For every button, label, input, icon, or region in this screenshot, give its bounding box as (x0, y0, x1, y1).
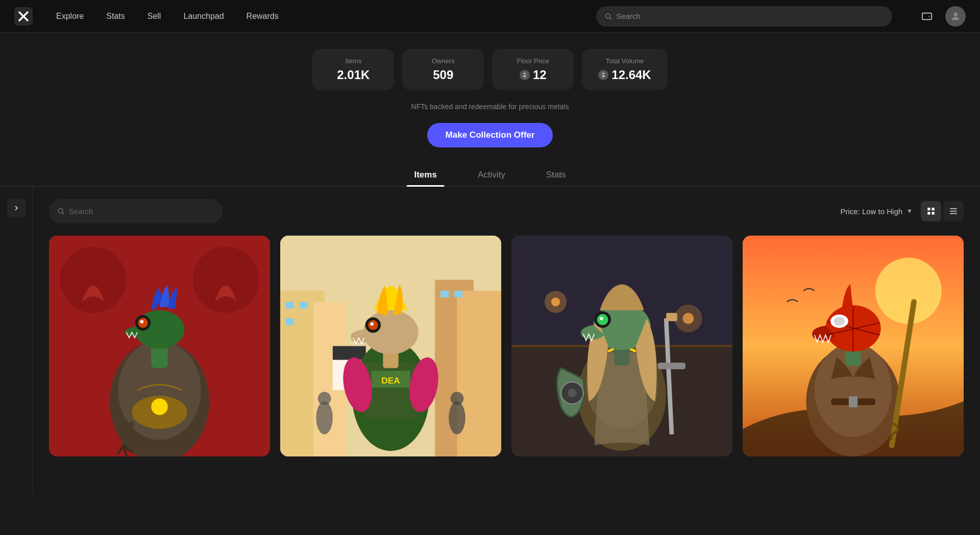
svg-rect-12 (950, 211, 957, 212)
svg-point-52 (370, 322, 373, 325)
svg-rect-35 (454, 291, 462, 297)
nft-grid: DEA (49, 236, 964, 456)
item-search-icon (57, 207, 65, 215)
nft-image-1 (49, 236, 270, 456)
nav-search-input[interactable] (616, 12, 884, 20)
stat-owners-label: Owners (419, 57, 468, 65)
filter-row: Price: Low to High ▼ (49, 199, 964, 223)
svg-point-85 (834, 317, 845, 325)
nft-card-4[interactable] (743, 236, 964, 456)
svg-rect-11 (950, 208, 957, 209)
make-collection-offer-button[interactable]: Make Collection Offer (427, 123, 553, 147)
stat-floor-price: Floor Price Ξ 12 (492, 49, 574, 90)
stat-floor-value: Ξ 12 (508, 68, 557, 82)
user-avatar[interactable] (945, 6, 966, 27)
svg-point-15 (60, 247, 127, 313)
stat-owners: Owners 509 (402, 49, 484, 90)
nft-image-2: DEA (280, 236, 501, 456)
stats-row: Items 2.01K Owners 509 Floor Price Ξ 12 … (312, 49, 667, 90)
svg-rect-7 (927, 208, 930, 210)
svg-rect-72 (666, 313, 677, 321)
svg-point-67 (600, 317, 603, 320)
tabs-row: Items Activity Stats (0, 164, 980, 187)
stat-volume-label: Total Volume (598, 57, 651, 65)
nav-rewards[interactable]: Rewards (243, 10, 282, 23)
svg-rect-13 (950, 213, 957, 214)
tab-items[interactable]: Items (394, 164, 457, 186)
svg-rect-41 (333, 346, 366, 360)
svg-point-57 (683, 313, 694, 324)
hero-section: Items 2.01K Owners 509 Floor Price Ξ 12 … (0, 33, 980, 187)
svg-rect-8 (932, 208, 935, 210)
chevron-down-icon: ▼ (906, 208, 913, 215)
svg-point-39 (450, 392, 463, 405)
view-toggle (921, 201, 964, 221)
svg-rect-31 (286, 302, 294, 309)
svg-point-25 (140, 320, 143, 323)
stat-floor-label: Floor Price (508, 57, 557, 65)
svg-rect-3 (922, 13, 932, 19)
sidebar (0, 187, 33, 493)
svg-point-37 (318, 392, 331, 405)
svg-point-16 (192, 247, 259, 313)
item-search-input[interactable] (69, 207, 214, 216)
svg-line-6 (62, 213, 64, 214)
nav-search-container (596, 6, 892, 27)
sort-label: Price: Low to High (840, 207, 902, 216)
svg-rect-71 (658, 363, 685, 369)
svg-point-38 (449, 401, 465, 435)
svg-rect-10 (932, 212, 935, 215)
content-area: Price: Low to High ▼ (33, 187, 980, 493)
svg-rect-78 (849, 396, 857, 407)
svg-point-4 (953, 12, 957, 16)
svg-line-2 (610, 17, 612, 19)
nft-image-3 (511, 236, 732, 456)
items-section: Price: Low to High ▼ (0, 187, 980, 493)
nft-card-2[interactable]: DEA (280, 236, 501, 456)
nav-sell[interactable]: Sell (144, 10, 164, 23)
collection-description: NFTs backed and redeemable for precious … (411, 103, 569, 111)
svg-point-36 (316, 401, 332, 435)
stat-total-volume: Total Volume Ξ 12.64K (582, 49, 667, 90)
wallet-button[interactable] (917, 6, 937, 27)
nft-image-4 (743, 236, 964, 456)
svg-point-74 (875, 258, 942, 324)
nft-card-3[interactable] (511, 236, 732, 456)
svg-point-1 (606, 13, 610, 18)
svg-rect-34 (440, 291, 449, 297)
list-view-button[interactable] (943, 201, 964, 221)
stat-volume-value: Ξ 12.64K (598, 68, 651, 82)
svg-point-56 (551, 297, 560, 306)
svg-text:DEA: DEA (381, 375, 400, 386)
svg-point-5 (58, 209, 63, 213)
item-search-container (49, 199, 223, 223)
svg-point-69 (568, 389, 576, 397)
tab-stats[interactable]: Stats (526, 164, 586, 186)
sort-dropdown[interactable]: Price: Low to High ▼ (840, 207, 913, 216)
eth-icon-volume: Ξ (598, 70, 608, 80)
stat-items-label: Items (329, 57, 378, 65)
nav-icon-group (917, 6, 966, 27)
nft-card-1[interactable] (49, 236, 270, 456)
nav-stats[interactable]: Stats (103, 10, 128, 23)
stat-owners-value: 509 (419, 68, 468, 82)
sidebar-toggle-button[interactable] (7, 199, 26, 217)
svg-point-20 (151, 398, 167, 415)
nav-explore[interactable]: Explore (53, 10, 87, 23)
search-icon (604, 12, 612, 20)
tab-activity[interactable]: Activity (457, 164, 526, 186)
svg-rect-9 (927, 212, 930, 215)
nav-launchpad[interactable]: Launchpad (180, 10, 227, 23)
navbar: Explore Stats Sell Launchpad Rewards (0, 0, 980, 33)
eth-icon-floor: Ξ (520, 70, 530, 80)
stat-items-value: 2.01K (329, 68, 378, 82)
svg-rect-30 (457, 291, 501, 456)
logo[interactable] (14, 7, 33, 26)
svg-rect-32 (300, 302, 308, 309)
stat-items: Items 2.01K (312, 49, 394, 90)
grid-view-button[interactable] (921, 201, 941, 221)
svg-rect-33 (286, 318, 294, 325)
